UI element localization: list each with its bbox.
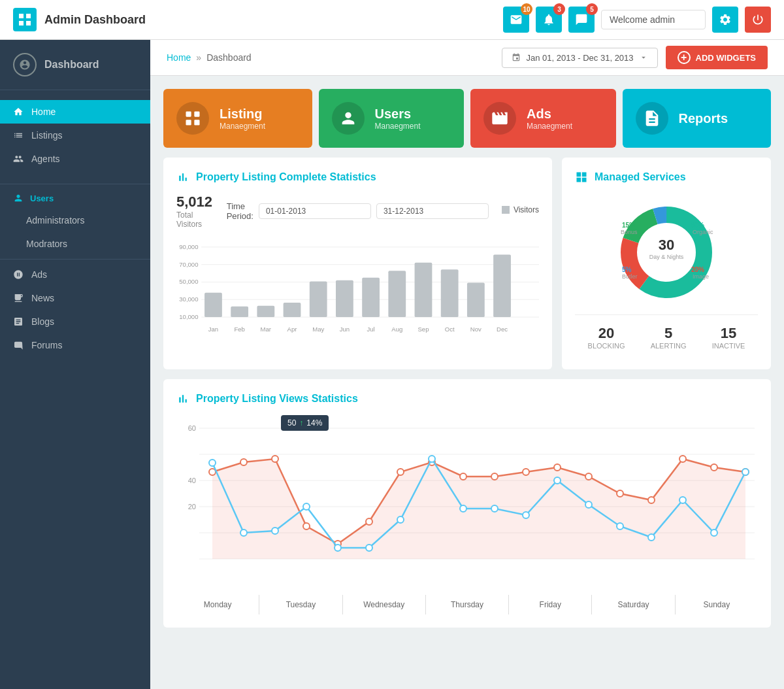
breadcrumb: Home » Dashboard xyxy=(167,52,252,63)
legend-color xyxy=(502,206,510,214)
svg-text:15%: 15% xyxy=(622,222,635,229)
time-period: Time Period: xyxy=(227,201,489,221)
svg-text:Dec: Dec xyxy=(497,326,508,333)
charts-section: Property Listing Complete Statistics 5,0… xyxy=(150,148,784,379)
svg-text:Organic: Organic xyxy=(693,229,713,235)
sidebar-item-forums[interactable]: Forums xyxy=(0,333,150,357)
svg-rect-24 xyxy=(362,278,380,317)
ads-text: Ads Manaegment xyxy=(527,107,572,131)
line-chart-wrapper: 50 ↑ 14% 60 xyxy=(176,415,758,592)
svg-text:Sep: Sep xyxy=(417,326,429,333)
sidebar-avatar xyxy=(13,53,37,76)
svg-point-100 xyxy=(711,529,717,536)
svg-point-87 xyxy=(303,503,310,510)
main-nav: Home Listings Agents xyxy=(0,90,150,180)
total-visitors-label: Total Visitors xyxy=(176,210,214,229)
sidebar: Dashboard Home Listings Agents Users Adm… xyxy=(0,40,150,689)
user-select[interactable]: Welcome admin xyxy=(601,10,706,29)
widget-ads[interactable]: Ads Manaegment xyxy=(470,89,616,148)
sidebar-item-agents[interactable]: Agents xyxy=(0,147,150,171)
svg-point-101 xyxy=(742,469,749,475)
svg-rect-20 xyxy=(257,306,274,317)
svg-point-77 xyxy=(554,464,561,471)
svg-text:20: 20 xyxy=(188,503,196,511)
svg-text:30: 30 xyxy=(659,237,674,253)
add-widget-btn[interactable]: + ADD WIDGETS xyxy=(666,46,768,69)
svg-point-67 xyxy=(240,459,247,465)
stat-inactive: 15 INACTIVE xyxy=(712,325,745,350)
svg-point-94 xyxy=(523,512,529,518)
svg-text:60%: 60% xyxy=(691,222,704,229)
page-header-right: Jan 01, 2013 - Dec 31, 2013 + ADD WIDGET… xyxy=(502,46,768,69)
svg-text:Oct: Oct xyxy=(445,326,455,333)
svg-point-85 xyxy=(240,529,247,536)
svg-point-92 xyxy=(460,505,466,512)
topbar-actions: 10 3 5 Welcome admin xyxy=(503,7,771,33)
svg-rect-27 xyxy=(441,269,459,317)
widget-reports[interactable]: Reports xyxy=(623,89,772,148)
main-layout: Dashboard Home Listings Agents Users Adm… xyxy=(0,40,784,689)
svg-rect-0 xyxy=(19,14,24,18)
svg-rect-28 xyxy=(467,282,485,317)
page-header: Home » Dashboard Jan 01, 2013 - Dec 31, … xyxy=(150,40,784,76)
svg-rect-21 xyxy=(284,303,301,317)
sidebar-item-listings[interactable]: Listings xyxy=(0,124,150,147)
line-chart-svg: 60 40 20 xyxy=(176,415,758,592)
breadcrumb-current: Dashboard xyxy=(206,52,252,63)
email-notif-btn[interactable]: 10 xyxy=(503,7,529,33)
date-range-label: Jan 01, 2013 - Dec 31, 2013 xyxy=(526,53,633,63)
svg-text:70,000: 70,000 xyxy=(179,261,198,268)
svg-text:20%: 20% xyxy=(691,266,704,273)
settings-btn[interactable] xyxy=(712,7,738,33)
sidebar-item-ads[interactable]: Ads xyxy=(0,263,150,286)
svg-text:Image: Image xyxy=(693,273,709,280)
svg-text:Jul: Jul xyxy=(367,326,374,333)
svg-rect-18 xyxy=(204,293,222,317)
svg-point-99 xyxy=(679,497,686,503)
date-to-input[interactable] xyxy=(376,203,489,219)
donut-svg: 30 Day & Nights 60% Organic 20% Image 15… xyxy=(614,200,719,305)
listing-icon xyxy=(176,102,209,135)
users-text: Users Manaegment xyxy=(375,107,421,131)
breadcrumb-sep: » xyxy=(196,52,201,63)
svg-text:Mar: Mar xyxy=(261,326,272,333)
ads-icon xyxy=(483,102,516,135)
svg-point-72 xyxy=(397,469,404,475)
bar-chart-area: 90,000 70,000 50,000 30,000 10,000 xyxy=(176,239,539,353)
views-section: Property Listing Views Statistics 50 ↑ 1… xyxy=(150,379,784,641)
tooltip-box: 50 ↑ 14% xyxy=(281,415,329,431)
svg-point-93 xyxy=(491,505,498,512)
sidebar-item-administrators[interactable]: Administrators xyxy=(0,209,150,232)
breadcrumb-home[interactable]: Home xyxy=(167,52,191,63)
bell-notif-btn[interactable]: 3 xyxy=(536,7,562,33)
msg-notif-btn[interactable]: 5 xyxy=(568,7,595,33)
svg-text:Butler: Butler xyxy=(622,273,638,280)
sidebar-item-blogs[interactable]: Blogs xyxy=(0,310,150,333)
svg-point-75 xyxy=(491,473,498,480)
svg-text:30,000: 30,000 xyxy=(179,295,198,303)
views-panel: Property Listing Views Statistics 50 ↑ 1… xyxy=(163,379,771,628)
bell-badge: 3 xyxy=(553,3,565,15)
widget-listing[interactable]: Listing Manaegment xyxy=(163,89,312,148)
svg-text:40: 40 xyxy=(188,477,196,484)
svg-text:60: 60 xyxy=(188,424,196,432)
sidebar-item-moderators[interactable]: Modrators xyxy=(0,232,150,256)
widget-users[interactable]: Users Manaegment xyxy=(319,89,465,148)
sidebar-item-news[interactable]: News xyxy=(0,286,150,310)
total-visitors: 5,012 xyxy=(176,193,214,210)
svg-point-96 xyxy=(585,501,592,508)
x-axis-labels: Monday Tuesday Wednesday Thursday Friday… xyxy=(176,595,758,614)
svg-text:Jun: Jun xyxy=(340,326,350,333)
dashboard-label: Dashboard xyxy=(44,59,99,71)
date-from-input[interactable] xyxy=(259,203,371,219)
date-range-btn[interactable]: Jan 01, 2013 - Dec 31, 2013 xyxy=(502,48,657,68)
sidebar-item-home[interactable]: Home xyxy=(0,100,150,124)
bar-chart-panel: Property Listing Complete Statistics 5,0… xyxy=(163,158,552,369)
svg-rect-6 xyxy=(186,120,191,125)
svg-rect-5 xyxy=(194,112,199,117)
svg-point-95 xyxy=(554,477,561,484)
reports-icon xyxy=(636,102,668,135)
power-btn[interactable] xyxy=(745,7,771,33)
widget-row: Listing Manaegment Users Manaegment Ad xyxy=(150,76,784,148)
svg-point-79 xyxy=(617,490,623,497)
